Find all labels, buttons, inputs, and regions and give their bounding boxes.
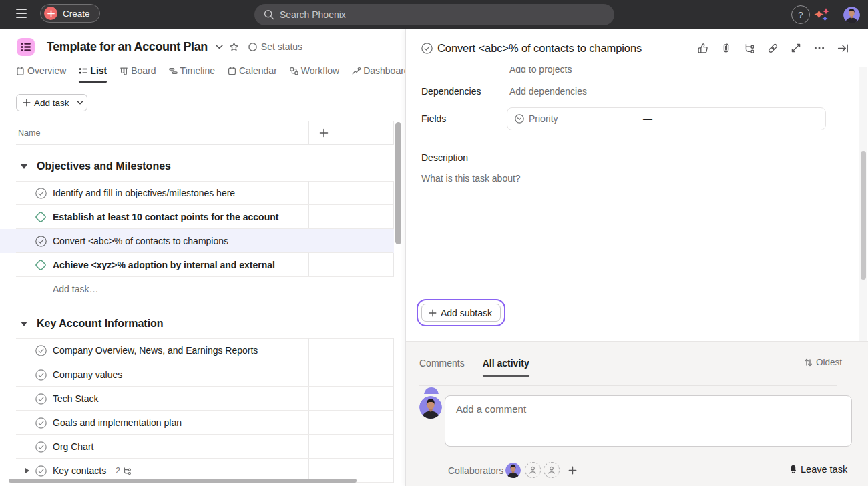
collaborators-label: Collaborators bbox=[448, 464, 503, 477]
activity-tabs: Comments All activity bbox=[419, 358, 548, 369]
collaborator-placeholder[interactable] bbox=[544, 462, 560, 478]
add-task-main[interactable]: Add task bbox=[17, 95, 73, 111]
table-header: Name bbox=[0, 121, 394, 145]
expand-subtasks-icon[interactable] bbox=[25, 468, 29, 473]
add-task-row[interactable]: Add task… bbox=[0, 277, 405, 301]
tab-comments[interactable]: Comments bbox=[419, 358, 465, 369]
copy-link-button[interactable] bbox=[765, 40, 781, 56]
add-task-button[interactable]: Add task bbox=[16, 94, 87, 111]
add-column-icon[interactable] bbox=[319, 128, 329, 138]
comment-input[interactable]: Add a comment bbox=[445, 395, 852, 447]
list-horizontal-scrollbar[interactable] bbox=[9, 479, 357, 483]
dependencies-label: Dependencies bbox=[421, 85, 481, 98]
like-button[interactable] bbox=[694, 40, 710, 56]
comment-placeholder: Add a comment bbox=[456, 403, 526, 415]
subtask-button[interactable] bbox=[741, 40, 757, 56]
tab-overview[interactable]: Overview bbox=[16, 59, 66, 83]
tab-timeline[interactable]: Timeline bbox=[169, 59, 215, 83]
detail-actions bbox=[687, 40, 851, 56]
tab-workflow[interactable]: Workflow bbox=[290, 59, 339, 83]
detail-task-title[interactable]: Convert <abc>% of contacts to champions bbox=[437, 42, 687, 55]
task-check-icon[interactable] bbox=[35, 441, 47, 453]
board-icon bbox=[120, 67, 128, 75]
set-status-label: Set status bbox=[261, 41, 302, 52]
task-row[interactable]: Company values bbox=[0, 362, 394, 387]
task-row-selected[interactable]: Convert <abc>% of contacts to champions bbox=[0, 229, 394, 253]
leave-task-button[interactable]: Leave task bbox=[788, 464, 847, 475]
milestone-row[interactable]: Establish at least 10 contact points for… bbox=[0, 205, 394, 229]
collapse-triangle-icon[interactable] bbox=[21, 322, 27, 326]
tab-calendar[interactable]: Calendar bbox=[228, 59, 277, 83]
section-header-objectives[interactable]: Objectives and Milestones bbox=[0, 152, 405, 181]
view-tabs: Overview List Board Timeline Calendar Wo… bbox=[0, 59, 405, 83]
detail-scrollbar-thumb[interactable] bbox=[861, 151, 866, 280]
timeline-icon bbox=[169, 67, 178, 75]
collaborator-placeholder[interactable] bbox=[525, 462, 541, 478]
status-circle-icon bbox=[248, 43, 257, 51]
task-table: Name Objectives and Milestones Identify … bbox=[0, 121, 405, 483]
description-input[interactable]: What is this task about? bbox=[421, 172, 521, 185]
task-check-icon[interactable] bbox=[35, 465, 47, 477]
tab-all-activity[interactable]: All activity bbox=[483, 358, 529, 369]
ai-sparkles-icon[interactable] bbox=[814, 5, 837, 24]
comment-avatar bbox=[419, 396, 442, 419]
search-input[interactable]: Search Phoenix bbox=[254, 4, 614, 25]
calendar-icon bbox=[228, 67, 236, 75]
task-row[interactable]: Goals and implementation plan bbox=[0, 411, 394, 435]
tab-list[interactable]: List bbox=[79, 59, 107, 83]
sidebar-menu-icon[interactable] bbox=[16, 9, 27, 20]
description-label: Description bbox=[421, 151, 468, 164]
sort-button[interactable]: Oldest bbox=[804, 357, 842, 367]
detail-scrollbar-track[interactable] bbox=[859, 67, 867, 341]
task-check-icon[interactable] bbox=[35, 369, 47, 381]
name-column-header[interactable]: Name bbox=[18, 121, 40, 145]
section-header-key-account[interactable]: Key Account Information bbox=[0, 309, 405, 338]
subtask-badge: 2 bbox=[116, 466, 132, 475]
close-panel-button[interactable] bbox=[835, 40, 851, 56]
attach-button[interactable] bbox=[718, 40, 734, 56]
collapse-triangle-icon[interactable] bbox=[21, 164, 27, 169]
add-collaborator-button[interactable] bbox=[565, 463, 580, 478]
more-options-button[interactable] bbox=[811, 40, 827, 56]
add-to-projects-button[interactable]: Add to projects bbox=[509, 67, 572, 76]
mark-complete-icon[interactable] bbox=[421, 43, 433, 54]
tab-board[interactable]: Board bbox=[120, 59, 156, 83]
star-icon[interactable] bbox=[229, 42, 239, 52]
milestone-diamond-icon[interactable] bbox=[34, 258, 47, 272]
chevron-down-icon[interactable] bbox=[216, 45, 223, 49]
task-row[interactable]: Identify and fill in objectives/mileston… bbox=[0, 181, 394, 205]
task-check-icon[interactable] bbox=[35, 417, 47, 429]
task-check-icon[interactable] bbox=[35, 188, 47, 199]
create-button[interactable]: Create bbox=[40, 4, 100, 23]
collaborator-avatar[interactable] bbox=[505, 463, 521, 478]
activity-avatar bbox=[424, 387, 439, 394]
milestone-diamond-icon[interactable] bbox=[34, 210, 47, 224]
task-check-icon[interactable] bbox=[35, 345, 47, 356]
list-vertical-scrollbar[interactable] bbox=[395, 122, 401, 244]
project-icon[interactable] bbox=[17, 38, 35, 56]
set-status-button[interactable]: Set status bbox=[248, 41, 302, 52]
add-dependencies-button[interactable]: Add dependencies bbox=[509, 85, 587, 98]
priority-field-icon bbox=[515, 114, 524, 124]
project-list-pane: Template for an Account Plan Set status … bbox=[0, 29, 405, 486]
add-subtask-button[interactable]: Add subtask bbox=[421, 304, 501, 322]
milestone-row[interactable]: Achieve <xyz>% adoption by internal and … bbox=[0, 253, 394, 277]
page-title: Template for an Account Plan bbox=[47, 40, 208, 54]
task-row[interactable]: Tech Stack bbox=[0, 387, 394, 411]
add-task-dropdown[interactable] bbox=[73, 95, 87, 111]
fullscreen-button[interactable] bbox=[788, 40, 804, 56]
tab-dashboard[interactable]: Dashboard bbox=[352, 59, 405, 83]
help-button[interactable]: ? bbox=[791, 5, 810, 24]
task-check-icon[interactable] bbox=[35, 236, 47, 247]
task-row[interactable]: Company Overview, News, and Earnings Rep… bbox=[0, 338, 394, 362]
task-check-icon[interactable] bbox=[35, 393, 47, 405]
leave-task-label: Leave task bbox=[801, 464, 847, 475]
person-icon bbox=[528, 465, 537, 475]
plus-icon bbox=[568, 466, 577, 475]
user-avatar[interactable] bbox=[843, 7, 860, 23]
sort-arrows-icon bbox=[804, 358, 813, 367]
task-row[interactable]: Org Chart bbox=[0, 435, 394, 459]
field-priority-value[interactable]: — bbox=[643, 108, 652, 130]
field-priority[interactable]: Priority bbox=[507, 108, 634, 130]
create-button-label: Create bbox=[63, 9, 90, 19]
